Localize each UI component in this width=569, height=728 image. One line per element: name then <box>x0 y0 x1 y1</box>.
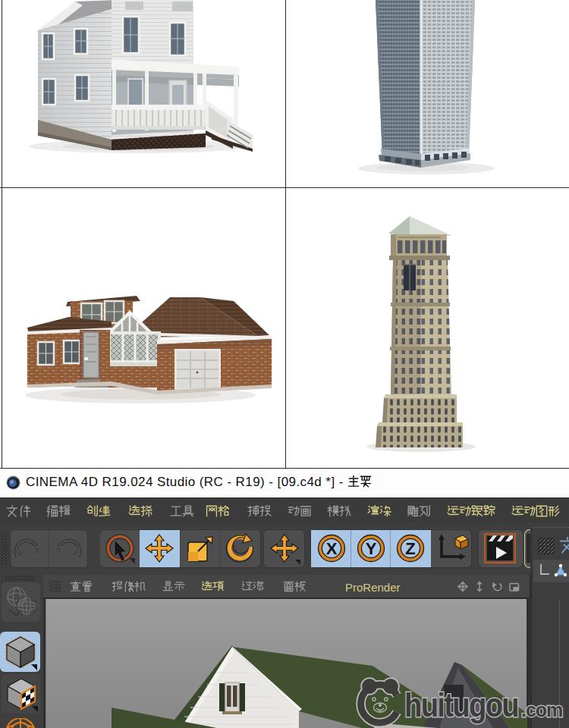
svg-text:Y: Y <box>366 539 377 558</box>
svg-text:huitugou: huitugou <box>404 686 518 724</box>
svg-text:X: X <box>326 539 338 558</box>
svg-text:Z: Z <box>405 539 415 558</box>
svg-text:.com: .com <box>521 699 562 720</box>
